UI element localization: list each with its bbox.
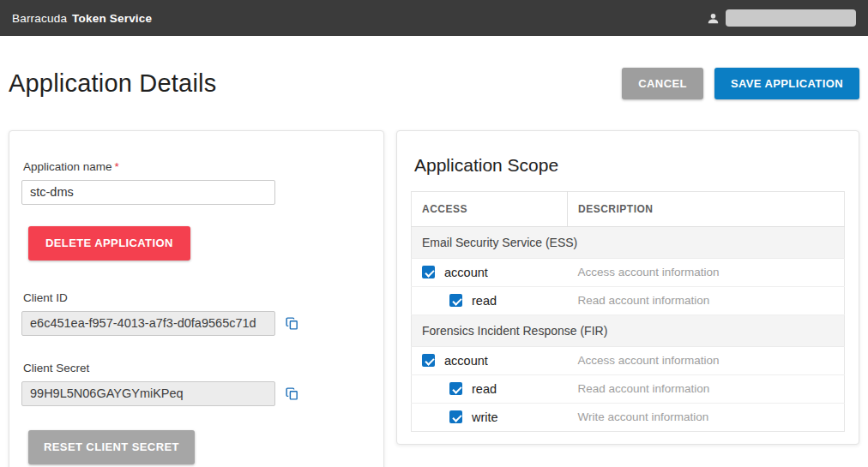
scope-access-label: read [472, 294, 497, 308]
header-actions: CANCEL SAVE APPLICATION [622, 68, 859, 99]
copy-icon [285, 386, 299, 402]
reset-client-secret-button[interactable]: RESET CLIENT SECRET [28, 430, 195, 464]
scope-group-header: Forensics Incident Response (FIR) [412, 314, 845, 346]
application-scope-card: Application Scope ACCESS DESCRIPTION Ema… [396, 130, 859, 445]
product-name: Token Service [72, 12, 152, 25]
user-name-redacted [726, 9, 856, 27]
scope-table: ACCESS DESCRIPTION Email Security Servic… [411, 191, 845, 432]
save-application-button[interactable]: SAVE APPLICATION [714, 68, 859, 99]
scope-checkbox-ess-read[interactable] [449, 294, 462, 307]
scope-description: Access account information [568, 258, 845, 286]
cancel-button[interactable]: CANCEL [622, 68, 703, 99]
copy-client-id-button[interactable] [285, 315, 299, 332]
page-header: Application Details CANCEL SAVE APPLICAT… [0, 36, 868, 130]
scope-access-label: account [444, 266, 488, 279]
scope-description: Write account information [568, 403, 845, 431]
scope-access-label: read [472, 382, 497, 396]
scope-row: write Write account information [412, 403, 845, 431]
user-icon [707, 12, 720, 25]
copy-client-secret-button[interactable] [285, 386, 299, 402]
scope-group-header: Email Security Service (ESS) [412, 226, 845, 258]
client-id-label: Client ID [23, 291, 371, 304]
column-header-access: ACCESS [412, 191, 568, 226]
brand-name: Barracuda [12, 12, 67, 25]
scope-row: account Access account information [412, 346, 845, 374]
main-content: Application name* DELETE APPLICATION Cli… [0, 130, 868, 467]
scope-access-label: account [444, 354, 488, 368]
scope-description: Read account information [568, 286, 845, 314]
scope-description: Access account information [568, 346, 845, 374]
column-header-description: DESCRIPTION [568, 191, 845, 226]
delete-application-button[interactable]: DELETE APPLICATION [28, 226, 190, 260]
application-name-input[interactable] [21, 180, 275, 205]
client-id-input[interactable] [21, 311, 275, 336]
scope-row: read Read account information [412, 286, 845, 314]
scope-title: Application Scope [414, 155, 841, 176]
client-id-row [21, 311, 371, 336]
required-asterisk: * [115, 160, 119, 173]
scope-row: account Access account information [412, 258, 845, 286]
scope-checkbox-fir-write[interactable] [449, 410, 462, 423]
topbar: Barracuda Token Service [0, 0, 868, 36]
scope-row: read Read account information [412, 374, 845, 403]
user-menu[interactable] [707, 9, 856, 27]
copy-icon [285, 315, 299, 332]
scope-checkbox-fir-account[interactable] [422, 354, 435, 367]
client-secret-input[interactable] [21, 381, 275, 406]
page-title: Application Details [9, 69, 216, 98]
scope-table-header-row: ACCESS DESCRIPTION [412, 191, 845, 226]
client-secret-row [21, 381, 371, 406]
client-secret-label: Client Secret [23, 362, 371, 374]
scope-access-label: write [472, 410, 498, 424]
application-name-label: Application name* [23, 160, 371, 173]
application-details-card: Application name* DELETE APPLICATION Cli… [9, 130, 384, 467]
scope-checkbox-fir-read[interactable] [449, 382, 462, 395]
scope-checkbox-ess-account[interactable] [422, 266, 435, 278]
scope-description: Read account information [568, 374, 845, 403]
